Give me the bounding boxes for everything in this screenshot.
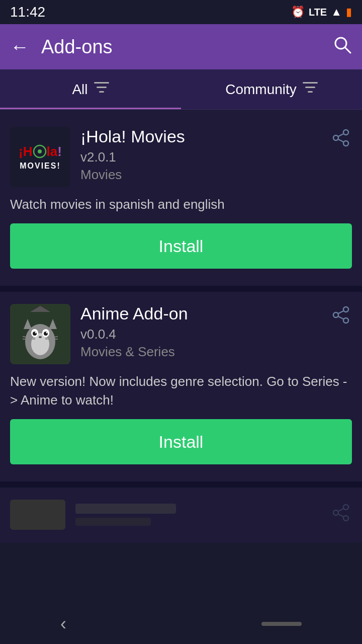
- addon-name-hola: ¡Hola! Movies: [80, 127, 330, 146]
- tab-community[interactable]: Community: [181, 69, 362, 109]
- svg-line-38: [338, 316, 343, 319]
- addon-card-anime: Anime Add-on v0.0.4 Movies & Series New …: [0, 292, 362, 476]
- svg-point-26: [46, 332, 48, 334]
- svg-rect-6: [305, 87, 315, 88]
- filter-community-icon: [303, 81, 318, 98]
- addon-header-anime: Anime Add-on v0.0.4 Movies & Series: [10, 304, 352, 364]
- addon-peek: [0, 488, 362, 538]
- share-icon-anime: [332, 306, 350, 324]
- peek-icon: [10, 500, 65, 530]
- svg-rect-2: [94, 82, 109, 84]
- alarm-icon: ⏰: [291, 6, 305, 19]
- svg-point-10: [343, 130, 348, 135]
- nav-bar: ‹: [0, 604, 362, 644]
- search-button[interactable]: [333, 35, 352, 59]
- svg-point-12: [333, 135, 338, 140]
- svg-point-35: [343, 318, 348, 323]
- separator-1: [0, 286, 362, 292]
- svg-point-25: [35, 332, 37, 334]
- svg-point-36: [333, 312, 338, 317]
- back-button[interactable]: ←: [10, 36, 29, 58]
- tab-all[interactable]: All: [0, 69, 181, 109]
- filter-all-icon: [94, 81, 109, 98]
- addon-icon-anime: [10, 304, 70, 364]
- peek-content: [75, 504, 330, 526]
- install-button-anime[interactable]: Install: [10, 419, 352, 464]
- addon-card-hola: ¡Hla! MOVIES! ¡Hola! Movies v2.0.1 Movie…: [0, 115, 362, 281]
- battery-icon: ▮: [346, 6, 352, 19]
- svg-line-13: [338, 134, 343, 136]
- share-button-anime[interactable]: [330, 304, 352, 331]
- svg-point-34: [343, 307, 348, 312]
- svg-line-42: [338, 509, 343, 511]
- search-icon: [333, 35, 352, 54]
- signal-icon: ▲: [331, 6, 342, 19]
- addon-category-hola: Movies: [80, 167, 330, 183]
- nav-back-button[interactable]: ‹: [60, 613, 66, 634]
- nav-home-indicator[interactable]: [261, 622, 302, 626]
- svg-rect-7: [308, 91, 313, 93]
- svg-point-11: [343, 141, 348, 146]
- svg-line-43: [338, 514, 343, 517]
- svg-line-14: [338, 139, 343, 142]
- addon-name-anime: Anime Add-on: [80, 304, 330, 324]
- svg-point-9: [38, 149, 42, 153]
- svg-point-41: [333, 510, 338, 515]
- separator-2: [0, 481, 362, 488]
- header-left: ← Add-ons: [10, 36, 113, 58]
- svg-rect-5: [303, 82, 318, 84]
- status-time: 11:42: [10, 4, 45, 20]
- share-icon-hola: [332, 129, 350, 147]
- status-icons: ⏰ LTE ▲ ▮: [291, 6, 352, 19]
- addon-info-hola: ¡Hla! MOVIES! ¡Hola! Movies v2.0.1 Movie…: [10, 127, 330, 187]
- tab-community-label: Community: [225, 82, 297, 98]
- share-button-hola[interactable]: [330, 127, 352, 153]
- header: ← Add-ons: [0, 24, 362, 69]
- addon-info-anime: Anime Add-on v0.0.4 Movies & Series: [10, 304, 330, 364]
- svg-rect-3: [97, 87, 107, 88]
- svg-point-39: [343, 505, 348, 510]
- svg-rect-4: [99, 91, 104, 93]
- addon-description-anime: New version! Now includes genre selectio…: [10, 372, 352, 409]
- status-bar: 11:42 ⏰ LTE ▲ ▮: [0, 0, 362, 24]
- lte-icon: LTE: [309, 7, 327, 18]
- addon-category-anime: Movies & Series: [80, 344, 330, 360]
- addon-version-hola: v2.0.1: [80, 149, 330, 165]
- totoro-graphic: [13, 304, 68, 364]
- addon-version-anime: v0.0.4: [80, 327, 330, 342]
- content-area: ¡Hla! MOVIES! ¡Hola! Movies v2.0.1 Movie…: [0, 110, 362, 543]
- page-title: Add-ons: [41, 36, 113, 58]
- share-button-peek: [330, 502, 352, 528]
- addon-details-hola: ¡Hola! Movies v2.0.1 Movies: [80, 127, 330, 187]
- install-button-hola[interactable]: Install: [10, 223, 352, 269]
- svg-point-27: [39, 336, 42, 338]
- tab-all-label: All: [72, 82, 87, 98]
- addon-details-anime: Anime Add-on v0.0.4 Movies & Series: [80, 304, 330, 364]
- svg-line-37: [338, 311, 343, 313]
- svg-line-1: [345, 47, 350, 53]
- addon-icon-hola: ¡Hla! MOVIES!: [10, 127, 70, 187]
- addon-description-hola: Watch movies in spanish and english: [10, 195, 352, 213]
- addon-header-hola: ¡Hla! MOVIES! ¡Hola! Movies v2.0.1 Movie…: [10, 127, 352, 187]
- tabs-bar: All Community: [0, 69, 362, 110]
- svg-point-40: [343, 516, 348, 521]
